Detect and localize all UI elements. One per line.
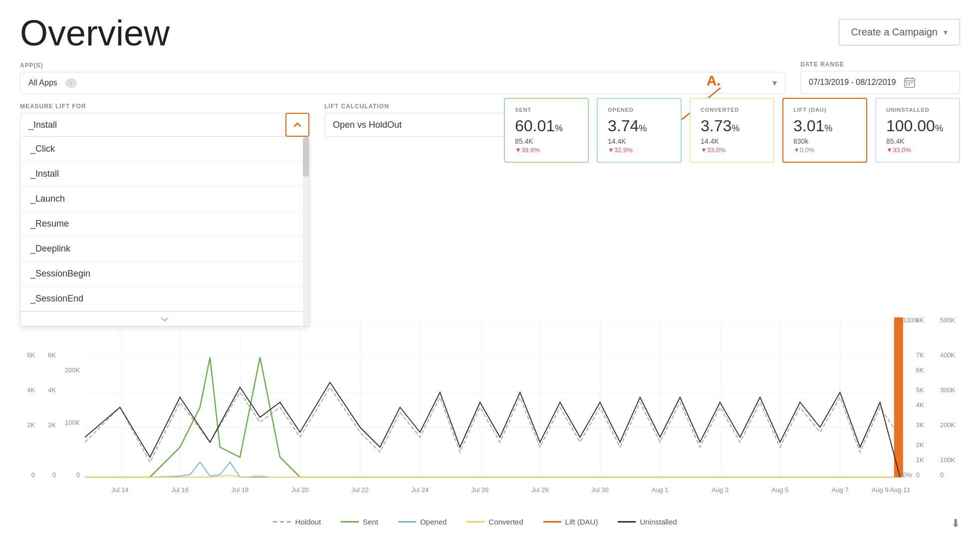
svg-text:0: 0: [31, 471, 35, 479]
svg-text:7K: 7K: [916, 351, 924, 359]
create-campaign-label: Create a Campaign: [851, 26, 938, 38]
lift-calc-value: Open vs HoldOut: [333, 120, 402, 130]
legend-lift-dau: Lift (DAU): [543, 518, 598, 526]
svg-text:Jul 24: Jul 24: [411, 486, 429, 494]
sent-legend-label: Sent: [363, 518, 378, 526]
chart-svg: 8K 6K 4K 2K 0 8K 6K 4K 2K 0 200K 100K 0: [20, 307, 960, 502]
metric-converted-label: CONVERTED: [701, 107, 763, 113]
svg-text:4K: 4K: [48, 386, 56, 394]
svg-text:300K: 300K: [940, 386, 956, 394]
dropdown-item-install[interactable]: _Install: [20, 162, 309, 187]
uninstalled-legend-line: [618, 521, 636, 523]
lift-legend-label: Lift (DAU): [565, 518, 598, 526]
svg-text:4K: 4K: [27, 386, 35, 394]
svg-text:500K: 500K: [940, 316, 956, 324]
apps-badge: ·: [65, 78, 77, 88]
dropdown-item-sessionend[interactable]: _SessionEnd: [20, 286, 309, 311]
measure-lift-dropdown: _Click _Install _Launch _Resume _Deeplin…: [20, 137, 309, 326]
svg-text:Jul 16: Jul 16: [171, 486, 189, 494]
svg-text:Jul 30: Jul 30: [591, 486, 609, 494]
legend-converted: Converted: [467, 518, 523, 526]
svg-text:100K: 100K: [65, 419, 80, 426]
calendar-icon: [904, 76, 916, 88]
metric-uninstalled-label: UNINSTALLED: [886, 107, 949, 113]
metric-card-converted: CONVERTED 3.73% 14.4K ▼33.0%: [690, 98, 774, 163]
date-range-picker[interactable]: 07/13/2019 - 08/12/2019: [800, 71, 960, 94]
date-filter-label: DATE RANGE: [800, 61, 960, 68]
download-button[interactable]: ⬇: [951, 517, 960, 530]
svg-text:2K: 2K: [27, 421, 35, 429]
apps-filter-label: APP(S): [20, 62, 785, 69]
lift-legend-line: [543, 521, 561, 523]
metric-card-opened: OPENED 3.74% 14.4K ▼32.9%: [597, 98, 682, 163]
dropdown-item-click[interactable]: _Click: [20, 137, 309, 162]
metric-card-uninstalled: UNINSTALLED 100.00% 85.4K ▼33.0%: [875, 98, 960, 163]
svg-text:Aug 1: Aug 1: [652, 486, 669, 494]
svg-text:Jul 26: Jul 26: [472, 486, 489, 494]
svg-text:4K: 4K: [916, 401, 924, 409]
metric-opened-sub: 14.4K: [608, 137, 671, 145]
apps-select[interactable]: All Apps · ▾: [20, 72, 785, 94]
svg-text:6K: 6K: [27, 351, 35, 359]
metric-converted-sub: 14.4K: [701, 137, 763, 145]
svg-text:3K: 3K: [916, 421, 924, 429]
page-title: Overview: [20, 15, 170, 51]
svg-text:5K: 5K: [916, 386, 924, 394]
dropdown-item-resume[interactable]: _Resume: [20, 212, 309, 237]
svg-text:0: 0: [916, 471, 920, 479]
scroll-indicator: [20, 311, 309, 326]
create-campaign-button[interactable]: Create a Campaign ▾: [839, 19, 960, 45]
metric-opened-change: ▼32.9%: [608, 146, 671, 154]
holdout-legend-line: [273, 521, 291, 523]
opened-legend-label: Opened: [420, 518, 447, 526]
apps-chevron-icon: ▾: [772, 77, 777, 88]
svg-rect-7: [906, 84, 908, 85]
svg-text:Aug 11: Aug 11: [890, 486, 910, 494]
svg-text:2K: 2K: [916, 441, 924, 449]
sent-legend-line: [341, 521, 359, 523]
date-range-value: 07/13/2019 - 08/12/2019: [809, 78, 896, 87]
svg-text:Aug 3: Aug 3: [712, 486, 729, 494]
metric-sent-sub: 85.4K: [515, 137, 578, 145]
measure-lift-chevron-button[interactable]: [285, 113, 309, 137]
measure-lift-label: MEASURE LIFT FOR: [20, 103, 309, 110]
svg-text:200K: 200K: [940, 421, 956, 429]
chart-legend: Holdout Sent Opened Converted Lift (DAU)…: [0, 518, 950, 526]
svg-text:200K: 200K: [65, 366, 80, 374]
metric-opened-value: 3.74%: [608, 117, 671, 135]
apps-select-value: All Apps: [28, 78, 57, 87]
metric-sent-value: 60.01%: [515, 117, 578, 135]
metric-converted-value: 3.73%: [701, 117, 763, 135]
svg-text:1K: 1K: [916, 456, 924, 464]
metric-lift-change: ▼0.0%: [793, 146, 856, 154]
svg-text:400K: 400K: [940, 351, 956, 359]
metric-card-lift-dau: LIFT (DAU) 3.01% 830k ▼0.0%: [782, 98, 867, 163]
svg-rect-5: [909, 82, 910, 83]
svg-text:6K: 6K: [48, 351, 56, 359]
svg-text:Aug 9: Aug 9: [872, 486, 889, 494]
metric-uninstalled-value: 100.00%: [886, 117, 949, 135]
legend-holdout: Holdout: [273, 518, 321, 526]
metrics-row: SENT 60.01% 85.4K ▼39.8% OPENED 3.74% 14…: [504, 98, 960, 163]
metric-opened-label: OPENED: [608, 107, 671, 113]
svg-text:0: 0: [52, 471, 56, 479]
opened-legend-line: [398, 521, 416, 523]
svg-text:100%: 100%: [903, 316, 920, 324]
svg-text:Jul 20: Jul 20: [291, 486, 309, 494]
svg-text:Aug 5: Aug 5: [771, 486, 788, 494]
date-filter-group: DATE RANGE 07/13/2019 - 08/12/2019: [800, 61, 960, 94]
svg-text:0: 0: [940, 471, 944, 479]
svg-rect-6: [911, 82, 913, 83]
svg-text:Jul 22: Jul 22: [351, 486, 369, 494]
legend-uninstalled: Uninstalled: [618, 518, 677, 526]
svg-text:Jul 28: Jul 28: [531, 486, 549, 494]
dropdown-item-launch[interactable]: _Launch: [20, 187, 309, 212]
dropdown-item-sessionbegin[interactable]: _SessionBegin: [20, 262, 309, 286]
dropdown-item-deeplink[interactable]: _Deeplink: [20, 237, 309, 262]
chart-area: 8K 6K 4K 2K 0 8K 6K 4K 2K 0 200K 100K 0: [20, 307, 960, 502]
metric-converted-change: ▼33.0%: [701, 146, 763, 154]
svg-text:100K: 100K: [940, 456, 956, 464]
svg-text:0%: 0%: [903, 471, 912, 479]
holdout-legend-label: Holdout: [295, 518, 321, 526]
svg-text:Aug 7: Aug 7: [831, 486, 848, 494]
